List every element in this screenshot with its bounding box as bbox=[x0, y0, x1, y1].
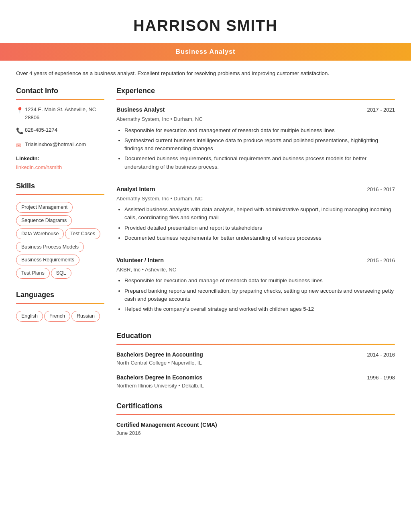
linkedin-url[interactable]: linkedin.com/hsmith bbox=[16, 164, 62, 170]
edu-date: 2014 - 2016 bbox=[367, 351, 395, 359]
education-degrees: Bachelors Degree In Accounting2014 - 201… bbox=[116, 351, 395, 389]
bullet-item: Responsible for execution and manage of … bbox=[124, 277, 395, 285]
skills-divider bbox=[16, 194, 104, 195]
contact-phone: 828-485-1274 bbox=[25, 126, 57, 134]
edu-block: Bachelors Degree In Economics1996 - 1998… bbox=[116, 373, 395, 390]
job-block: Business Analyst2017 - 2021Abernathy Sys… bbox=[116, 106, 395, 177]
certifications-section: Certifications Certified Management Acco… bbox=[116, 401, 395, 437]
content-area: Contact Info 📍 1234 E. Main St. Ashevill… bbox=[0, 82, 411, 448]
edu-title: Bachelors Degree In Economics bbox=[116, 373, 202, 382]
cert-name: Certified Management Account (CMA) bbox=[116, 421, 395, 429]
bullet-item: Synthesized current business intelligenc… bbox=[124, 137, 395, 153]
skill-tag: Sequence Diagrams bbox=[16, 215, 72, 226]
contact-phone-item: 📞 828-485-1274 bbox=[16, 126, 104, 136]
summary: Over 4 years of experience as a business… bbox=[0, 61, 411, 82]
edu-school: Northern Illinois University • Dekalb,IL bbox=[116, 382, 395, 390]
job-block: Volunteer / Intern2015 - 2016AKBR, Inc •… bbox=[116, 256, 395, 319]
experience-title: Experience bbox=[116, 86, 395, 96]
skills-title: Skills bbox=[16, 181, 104, 192]
skill-tag: Project Management bbox=[16, 202, 73, 213]
linkedin-label: LinkedIn: bbox=[16, 155, 62, 163]
skill-tag: Business Process Models bbox=[16, 242, 84, 253]
language-tag: Russian bbox=[71, 311, 100, 322]
job-date: 2015 - 2016 bbox=[367, 257, 395, 265]
contact-divider bbox=[16, 99, 104, 100]
cert-date: June 2016 bbox=[116, 429, 395, 437]
edu-date: 1996 - 1998 bbox=[367, 374, 395, 382]
job-company: Abernathy System, Inc • Durham, NC bbox=[116, 115, 395, 123]
job-header: Business Analyst2017 - 2021 bbox=[116, 106, 395, 114]
job-title: Volunteer / Intern bbox=[116, 256, 164, 265]
job-bullets: Assisted business analysts with data ana… bbox=[116, 206, 395, 242]
job-title: Analyst Intern bbox=[116, 185, 155, 194]
bullet-item: Provided detailed presentation and repor… bbox=[124, 224, 395, 232]
languages-tags: EnglishFrenchRussian bbox=[16, 310, 104, 323]
skills-tags: Project ManagementSequence DiagramsData … bbox=[16, 201, 104, 280]
job-header: Volunteer / Intern2015 - 2016 bbox=[116, 256, 395, 265]
resume-wrapper: HARRISON SMITH Business Analyst Over 4 y… bbox=[0, 0, 411, 465]
main-content: Experience Business Analyst2017 - 2021Ab… bbox=[116, 86, 395, 448]
edu-block: Bachelors Degree In Accounting2014 - 201… bbox=[116, 351, 395, 367]
job-date: 2017 - 2021 bbox=[367, 106, 395, 114]
job-block: Analyst Intern2016 - 2017Abernathy Syste… bbox=[116, 185, 395, 248]
contact-address: 1234 E. Main St. Asheville, NC 28806 bbox=[25, 106, 104, 121]
edu-header: Bachelors Degree In Economics1996 - 1998 bbox=[116, 373, 395, 382]
title-bar: Business Analyst bbox=[0, 43, 411, 61]
header: HARRISON SMITH bbox=[0, 0, 411, 37]
experience-divider bbox=[116, 99, 395, 100]
job-date: 2016 - 2017 bbox=[367, 185, 395, 194]
education-section: Education Bachelors Degree In Accounting… bbox=[116, 330, 395, 389]
bullet-item: Assisted business analysts with data ana… bbox=[124, 206, 395, 222]
job-title: Business Analyst bbox=[176, 48, 236, 55]
contact-linkedin-item: LinkedIn: linkedin.com/hsmith bbox=[16, 155, 104, 171]
certifications-divider bbox=[116, 414, 395, 415]
skill-tag: Data Warehouse bbox=[16, 228, 64, 239]
education-divider bbox=[116, 344, 395, 345]
bullet-item: Prepared banking reports and reconciliat… bbox=[124, 287, 395, 304]
bullet-item: Documented business requirements, functi… bbox=[124, 155, 395, 171]
contact-email: Trialsinxbox@hotmail.com bbox=[25, 141, 86, 149]
skill-tag: Test Cases bbox=[65, 228, 100, 239]
experience-jobs: Business Analyst2017 - 2021Abernathy Sys… bbox=[116, 106, 395, 319]
skills-section: Skills Project ManagementSequence Diagra… bbox=[16, 181, 104, 280]
phone-icon: 📞 bbox=[16, 126, 25, 136]
languages-divider bbox=[16, 303, 104, 304]
contact-section: Contact Info 📍 1234 E. Main St. Ashevill… bbox=[16, 86, 104, 171]
location-icon: 📍 bbox=[16, 106, 25, 115]
summary-text: Over 4 years of experience as a business… bbox=[16, 69, 395, 77]
sidebar: Contact Info 📍 1234 E. Main St. Ashevill… bbox=[16, 86, 104, 448]
skill-tag: SQL bbox=[51, 268, 71, 279]
bullet-item: Responsible for execution and management… bbox=[124, 126, 395, 135]
job-company: AKBR, Inc • Asheville, NC bbox=[116, 266, 395, 274]
skill-tag: Business Requirements bbox=[16, 255, 79, 265]
email-icon: ✉ bbox=[16, 141, 25, 150]
contact-email-item: ✉ Trialsinxbox@hotmail.com bbox=[16, 141, 104, 150]
education-title: Education bbox=[116, 330, 395, 341]
bullet-item: Documented business requirements for bet… bbox=[124, 234, 395, 242]
certifications-list: Certified Management Account (CMA)June 2… bbox=[116, 421, 395, 437]
language-tag: English bbox=[16, 311, 43, 322]
job-bullets: Responsible for execution and management… bbox=[116, 126, 395, 171]
certifications-title: Certifications bbox=[116, 401, 395, 412]
bullet-item: Helped with the company's overall strate… bbox=[124, 305, 395, 313]
experience-section: Experience Business Analyst2017 - 2021Ab… bbox=[116, 86, 395, 319]
job-company: Abernathy System, Inc • Durham, NC bbox=[116, 195, 395, 203]
edu-header: Bachelors Degree In Accounting2014 - 201… bbox=[116, 351, 395, 359]
job-bullets: Responsible for execution and manage of … bbox=[116, 277, 395, 313]
language-tag: French bbox=[44, 311, 70, 322]
skill-tag: Test Plans bbox=[16, 268, 50, 279]
edu-school: North Central College • Naperville, IL bbox=[116, 359, 395, 367]
job-header: Analyst Intern2016 - 2017 bbox=[116, 185, 395, 194]
full-name: HARRISON SMITH bbox=[16, 14, 395, 37]
languages-title: Languages bbox=[16, 289, 104, 300]
contact-title: Contact Info bbox=[16, 86, 104, 96]
job-title: Business Analyst bbox=[116, 106, 165, 114]
languages-section: Languages EnglishFrenchRussian bbox=[16, 289, 104, 323]
cert-block: Certified Management Account (CMA)June 2… bbox=[116, 421, 395, 437]
contact-address-item: 📍 1234 E. Main St. Asheville, NC 28806 bbox=[16, 106, 104, 121]
edu-title: Bachelors Degree In Accounting bbox=[116, 351, 203, 359]
